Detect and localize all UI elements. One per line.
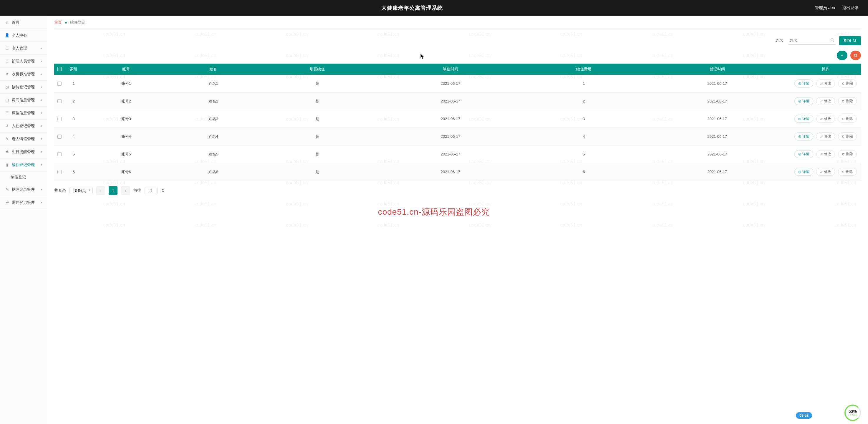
app-title: 大健康老年公寓管理系统 [9,4,815,11]
col-header-reg-time: 登记时间 [644,64,790,75]
pagination-goto-input[interactable] [145,187,157,194]
row-fee: 3 [524,110,644,128]
sidebar-icon: ↩ [5,200,9,205]
sidebar-subitem[interactable]: 续住登记 [0,171,47,183]
row-renew-time: 2021-06-17 [377,163,524,181]
sidebar-item-label: 床位信息管理 [12,111,35,116]
sidebar-item-6[interactable]: ▢ 房间信息管理 ▾ [0,94,47,107]
detail-button[interactable]: 详情 [795,97,813,105]
sidebar-item-12[interactable]: ✎ 护理记录管理 ▾ [0,183,47,196]
detail-button[interactable]: 详情 [795,115,813,123]
pagination: 共 6 条 10条/页 ‹ 1 › 前往 页 [54,181,861,197]
row-fee: 6 [524,163,644,181]
row-checkbox-cell[interactable] [54,92,65,110]
detail-icon [798,100,801,103]
svg-rect-21 [799,171,801,173]
row-checkbox-cell[interactable] [54,110,65,128]
batch-delete-button[interactable] [850,51,861,60]
sidebar-item-13[interactable]: ↩ 退住登记管理 ▾ [0,196,47,209]
row-renew: 是 [257,92,377,110]
detail-icon [798,153,801,156]
svg-point-2 [853,39,856,41]
pagination-page-1[interactable]: 1 [108,186,118,195]
perf-percent: 53% [848,409,857,414]
chevron-down-icon: ▾ [41,85,42,89]
sidebar-item-label: 老人管理 [12,46,27,51]
edit-button[interactable]: 修改 [816,168,835,176]
edit-button[interactable]: 修改 [816,80,835,87]
breadcrumb-current: 续住登记 [70,20,85,25]
delete-button[interactable]: 删除 [838,132,857,141]
row-index: 3 [65,110,83,128]
sidebar-icon: ✎ [5,137,9,141]
row-checkbox-cell[interactable] [54,163,65,181]
delete-button[interactable]: 删除 [838,168,857,176]
row-reg-time: 2021-06-17 [644,146,790,163]
sidebar-item-3[interactable]: ☰ 护理人员管理 ▾ [0,55,47,68]
detail-icon [798,82,801,85]
delete-button[interactable]: 删除 [838,97,857,105]
sidebar-item-8[interactable]: ⇩ 入住登记管理 ▾ [0,120,47,132]
svg-rect-12 [799,118,801,120]
delete-button[interactable]: 删除 [838,80,857,87]
chevron-down-icon: ▾ [41,98,42,101]
col-header-name: 姓名 [169,64,257,75]
row-fee: 1 [524,75,644,92]
pagination-next[interactable]: › [121,186,130,195]
sidebar-icon: 🗎 [5,72,9,76]
trash-icon [842,118,845,120]
sidebar-item-10[interactable]: ✱ 生日提醒管理 ▾ [0,146,47,158]
sidebar-icon: ✱ [5,150,9,154]
search-input[interactable] [788,36,836,44]
sidebar-item-label: 生日提醒管理 [12,149,35,155]
app-header: 大健康老年公寓管理系统 管理员 abo 退出登录 [0,0,868,16]
sidebar-item-0[interactable]: ⌂ 首页 [0,16,47,29]
chevron-down-icon: ▾ [41,59,42,63]
pagination-goto-prefix: 前往 [133,188,141,193]
sidebar-item-7[interactable]: ☰ 床位信息管理 ▾ [0,107,47,120]
chevron-down-icon: ▾ [41,72,42,76]
trash-icon [842,153,845,156]
row-ops: 详情 修改 删除 [790,146,861,163]
admin-label[interactable]: 管理员 abo [815,5,835,10]
toolbar [54,49,861,64]
sidebar-icon: ◷ [5,85,9,89]
sidebar-item-5[interactable]: ◷ 接待登记管理 ▾ [0,81,47,94]
sidebar-item-2[interactable]: ☰ 老人管理 ▾ [0,42,47,55]
delete-button[interactable]: 删除 [838,115,857,123]
detail-button[interactable]: 详情 [795,132,813,141]
breadcrumb-home[interactable]: 首页 [54,20,62,25]
pagination-page-size[interactable]: 10条/页 [69,187,93,194]
edit-button[interactable]: 修改 [816,115,835,123]
pagination-total: 共 6 条 [54,188,66,193]
row-name: 姓名5 [169,146,257,163]
detail-button[interactable]: 详情 [795,168,813,176]
detail-button[interactable]: 详情 [795,150,813,158]
row-checkbox-cell[interactable] [54,146,65,163]
sidebar-item-11[interactable]: ▮ 续住登记管理 ▾ [0,158,47,171]
delete-button[interactable]: 删除 [838,150,857,158]
edit-button[interactable]: 修改 [816,97,835,105]
detail-button[interactable]: 详情 [795,80,813,87]
detail-icon [798,118,801,120]
table-row: 2 账号2 姓名2 是 2021-06-17 2 2021-06-17 详情 修… [54,92,861,110]
col-header-checkbox[interactable] [54,64,65,75]
edit-icon [820,100,823,103]
sidebar-item-9[interactable]: ✎ 老人请假管理 ▾ [0,132,47,146]
search-field-wrap [788,36,836,45]
pagination-prev[interactable]: ‹ [96,186,105,195]
add-button[interactable] [837,51,847,60]
row-fee: 2 [524,92,644,110]
logout-link[interactable]: 退出登录 [842,5,859,10]
search-button[interactable]: 查询 [839,36,861,46]
row-checkbox-cell[interactable] [54,75,65,92]
row-renew-time: 2021-06-17 [377,146,524,163]
sidebar-item-1[interactable]: 👤 个人中心 [0,29,47,42]
row-checkbox-cell[interactable] [54,128,65,146]
row-renew-time: 2021-06-17 [377,75,524,92]
edit-button[interactable]: 修改 [816,132,835,141]
chevron-down-icon: ▾ [41,201,42,204]
sidebar-item-4[interactable]: 🗎 收费标准管理 ▾ [0,68,47,81]
edit-button[interactable]: 修改 [816,150,835,158]
trash-icon [842,82,845,85]
